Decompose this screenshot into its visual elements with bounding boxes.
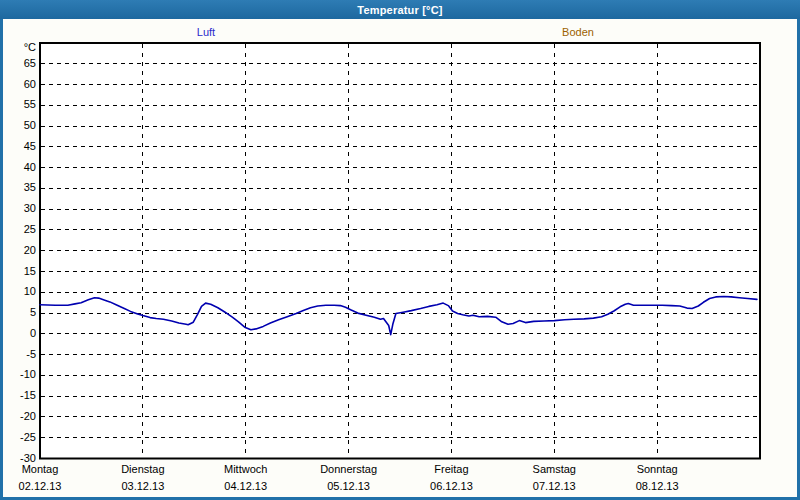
temperature-chart — [0, 0, 800, 500]
window-titlebar: Temperatur [°C] — [0, 0, 800, 19]
temperature-chart-window: Temperatur [°C] Luft Boden °C 6560555045… — [0, 0, 800, 500]
window-title: Temperatur [°C] — [357, 4, 442, 16]
